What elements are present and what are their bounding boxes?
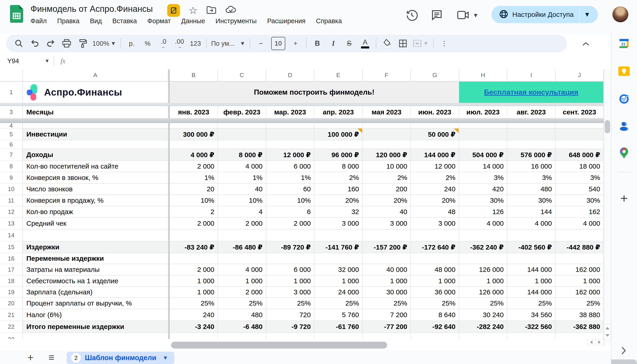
cell[interactable]: 4 000: [556, 218, 604, 230]
cell[interactable]: -61 760: [314, 321, 363, 333]
cell[interactable]: [218, 333, 266, 339]
cell[interactable]: [556, 128, 604, 140]
cell[interactable]: [314, 123, 363, 128]
row-header[interactable]: 15: [0, 242, 23, 253]
row-header[interactable]: 20: [0, 298, 23, 309]
contacts-icon[interactable]: [617, 119, 631, 133]
currency-format-button[interactable]: р.: [124, 37, 140, 50]
cell[interactable]: 30 000: [363, 287, 411, 298]
cell[interactable]: 12 000 ₽: [266, 149, 314, 161]
cell[interactable]: 240: [411, 184, 459, 195]
cell[interactable]: -6 480: [218, 321, 266, 333]
consultation-link[interactable]: Бесплатная консультация: [484, 88, 578, 96]
cell[interactable]: 2 000: [218, 218, 266, 230]
cell[interactable]: 48: [411, 206, 459, 218]
cell[interactable]: [266, 333, 314, 339]
scroll-down-icon[interactable]: [604, 332, 610, 339]
merge-cells-button[interactable]: ▼: [411, 37, 430, 50]
row-header[interactable]: 11: [0, 195, 23, 206]
cell[interactable]: 2%: [314, 172, 363, 184]
cell[interactable]: -89 720 ₽: [266, 242, 314, 253]
cell[interactable]: [507, 253, 556, 264]
cell[interactable]: 144 000: [507, 264, 556, 276]
cell[interactable]: 240: [170, 309, 218, 321]
cell[interactable]: 6: [266, 206, 314, 218]
cell[interactable]: 8 000 ₽: [218, 149, 266, 161]
cell[interactable]: -9 720: [266, 321, 314, 333]
active-sheet-tab[interactable]: 2 Шаблон финмодели ▼: [67, 352, 174, 364]
cell[interactable]: Издержки: [23, 242, 168, 253]
cell[interactable]: 20%: [363, 195, 411, 206]
cell[interactable]: 4 000 ₽: [170, 149, 218, 161]
cell[interactable]: Кол-во посетителей на сайте: [23, 161, 168, 172]
menu-item[interactable]: Вставка: [112, 17, 137, 25]
cell[interactable]: -362 880: [556, 321, 604, 333]
cell[interactable]: 160: [314, 184, 363, 195]
cell[interactable]: 576 000 ₽: [507, 149, 556, 161]
row-header[interactable]: 1: [0, 82, 23, 103]
cell[interactable]: 10%: [266, 195, 314, 206]
increase-font-size-button[interactable]: +: [288, 37, 304, 50]
cell[interactable]: [314, 253, 363, 264]
cell[interactable]: [218, 123, 266, 128]
cell[interactable]: 162 000: [556, 264, 604, 276]
increase-decimals-button[interactable]: .00→: [172, 37, 188, 50]
cell[interactable]: февр. 2023: [218, 106, 266, 118]
cell[interactable]: 1 000: [314, 276, 363, 287]
cell[interactable]: янв. 2023: [170, 106, 218, 118]
percent-format-button[interactable]: %: [140, 37, 156, 50]
vertical-scrollbar-thumb[interactable]: [605, 120, 610, 133]
share-dropdown-caret[interactable]: ▼: [580, 11, 595, 18]
bold-button[interactable]: B: [310, 37, 325, 50]
cell[interactable]: 126 000: [459, 264, 507, 276]
cell[interactable]: 3%: [507, 172, 556, 184]
cell[interactable]: [266, 230, 314, 242]
row-header[interactable]: 8: [0, 161, 23, 172]
row-header[interactable]: 7: [0, 149, 23, 161]
cell[interactable]: 1%: [266, 172, 314, 184]
cell[interactable]: 5 760: [314, 309, 363, 321]
column-header-D[interactable]: D: [266, 69, 314, 82]
cell[interactable]: 25%: [556, 298, 604, 309]
row-header[interactable]: 16: [0, 253, 23, 264]
scroll-right-icon[interactable]: [596, 340, 603, 345]
star-icon[interactable]: ☆: [188, 6, 198, 16]
user-avatar[interactable]: [612, 6, 628, 22]
redo-icon[interactable]: [43, 37, 59, 50]
tasks-icon[interactable]: [617, 92, 631, 106]
fill-color-button[interactable]: [379, 37, 395, 50]
cell[interactable]: -86 480 ₽: [218, 242, 266, 253]
cell[interactable]: авг. 2023: [507, 106, 556, 118]
paint-format-icon[interactable]: [74, 37, 90, 50]
cell[interactable]: [314, 333, 363, 339]
row-header[interactable]: 21: [0, 309, 23, 321]
column-header-I[interactable]: I: [507, 69, 556, 82]
move-folder-icon[interactable]: [206, 6, 216, 16]
scroll-left-icon[interactable]: [588, 340, 596, 345]
cell[interactable]: 1 000: [170, 287, 218, 298]
cell[interactable]: Переменные издержки: [23, 253, 168, 264]
column-header-C[interactable]: C: [218, 69, 266, 82]
italic-button[interactable]: I: [325, 37, 341, 50]
cell[interactable]: 25%: [170, 298, 218, 309]
scroll-up-icon[interactable]: [604, 324, 610, 332]
cell[interactable]: [507, 230, 556, 242]
cell[interactable]: [170, 123, 218, 128]
cell[interactable]: [507, 333, 556, 339]
comments-icon[interactable]: [430, 9, 443, 22]
cell[interactable]: 18 000: [556, 161, 604, 172]
more-formats-button[interactable]: 123: [188, 37, 204, 50]
cell[interactable]: [556, 230, 604, 242]
column-header-J[interactable]: J: [556, 69, 604, 82]
column-header-A[interactable]: A: [23, 69, 168, 82]
cell[interactable]: 2 000: [170, 161, 218, 172]
cell[interactable]: [459, 140, 507, 149]
cell[interactable]: 30 240: [459, 309, 507, 321]
cell[interactable]: -442 880 ₽: [556, 242, 604, 253]
cell[interactable]: 1 000: [266, 276, 314, 287]
cell[interactable]: [411, 253, 459, 264]
cell[interactable]: Затраты на материалы: [23, 264, 168, 276]
row-header[interactable]: 17: [0, 264, 23, 276]
menu-item[interactable]: Файл: [30, 17, 47, 25]
cell[interactable]: 40 000: [363, 264, 411, 276]
